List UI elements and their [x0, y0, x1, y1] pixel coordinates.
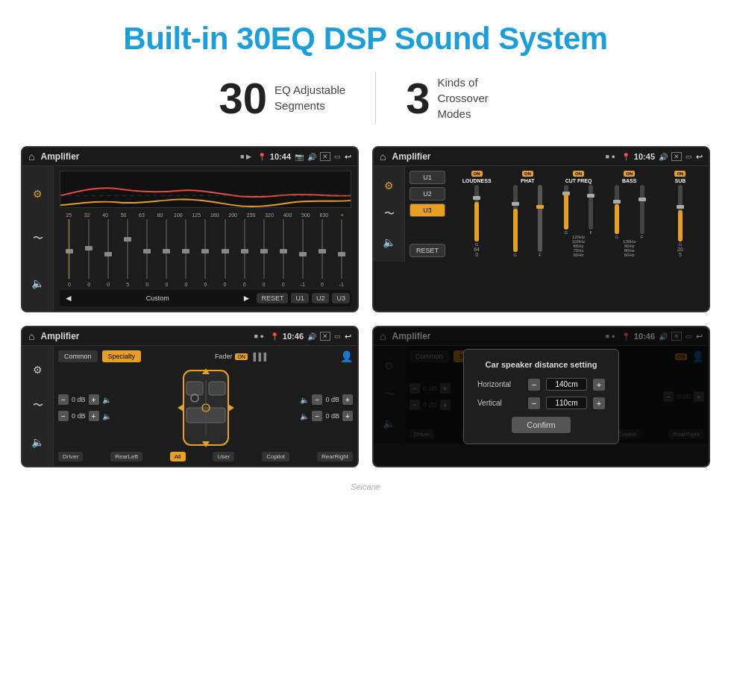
eq-icon-3[interactable]: ⚙ — [33, 358, 43, 382]
eq-icon-2[interactable]: ⚙ — [384, 174, 394, 198]
volume-icon: 🔊 — [307, 153, 316, 161]
bass-col: ON BASS G F 100Hz90Hz80Hz60Hz — [606, 171, 653, 257]
distance-dialog-overlay: Car speaker distance setting Horizontal … — [374, 327, 709, 466]
screen4-distance: ⌂ Amplifier ■ ● 📍 10:46 🔊 ✕ ▭ ↩ ⚙ 〜 🔈 Co… — [372, 326, 710, 467]
common-btn[interactable]: Common — [58, 350, 98, 362]
phat-on[interactable]: ON — [522, 171, 533, 177]
screen1-title: Amplifier — [40, 151, 233, 162]
expand-icon[interactable]: » — [333, 212, 351, 218]
speaker-icon[interactable]: 🔈 — [31, 271, 44, 295]
eq-slider-5[interactable] — [157, 219, 176, 279]
vertical-plus-btn[interactable]: + — [593, 397, 605, 409]
horizontal-minus-btn[interactable]: − — [528, 379, 540, 391]
db-minus-rr[interactable]: − — [312, 411, 322, 421]
dialog-vertical-label: Vertical — [477, 399, 522, 407]
back-icon[interactable]: ↩ — [345, 152, 351, 162]
u1-btn[interactable]: U1 — [291, 293, 309, 303]
rearleft-btn[interactable]: RearLeft — [110, 452, 142, 461]
horizontal-plus-btn[interactable]: + — [593, 379, 605, 391]
speaker-icon-2[interactable]: 🔈 — [383, 230, 395, 254]
home-icon[interactable]: ⌂ — [28, 151, 34, 163]
fader-on[interactable]: ON — [235, 353, 248, 360]
u1-preset[interactable]: U1 — [410, 171, 445, 184]
next-arrow[interactable]: ► — [239, 293, 254, 303]
sub-on[interactable]: ON — [674, 171, 685, 177]
freq-320: 320 — [260, 212, 278, 218]
db-minus-rl[interactable]: − — [58, 411, 69, 421]
freq-250: 250 — [242, 212, 260, 218]
u2-btn[interactable]: U2 — [312, 293, 330, 303]
fader-label: Fader — [215, 353, 233, 360]
right-db-controls: 🔈 − 0 dB + 🔈 − 0 dB + — [300, 394, 353, 421]
eq-sliders-row[interactable] — [60, 219, 351, 279]
eq-slider-3[interactable] — [118, 219, 137, 279]
reset-btn[interactable]: RESET — [257, 293, 288, 303]
prev-arrow[interactable]: ◄ — [61, 293, 76, 303]
eq-slider-0[interactable] — [60, 219, 79, 279]
eq-slider-11[interactable] — [274, 219, 293, 279]
speaker-top-row: Common Specialty Fader ON ▐▐▐ 👤 — [58, 350, 353, 362]
db-plus-fr[interactable]: + — [342, 394, 353, 405]
eq-icon[interactable]: ⚙ — [33, 182, 43, 206]
vol-icon-3: 🔊 — [307, 332, 316, 341]
copilot-btn[interactable]: Copilot — [262, 452, 289, 461]
stat1-label: EQ AdjustableSegments — [274, 82, 345, 113]
eq-slider-9[interactable] — [235, 219, 254, 279]
cutfreq-on[interactable]: ON — [573, 171, 584, 177]
wave-icon-2[interactable]: 〜 — [384, 201, 395, 227]
user-btn[interactable]: User — [213, 452, 234, 461]
db-row-fr: 🔈 − 0 dB + — [300, 394, 353, 405]
reset-preset[interactable]: RESET — [410, 244, 445, 257]
vertical-minus-btn[interactable]: − — [528, 397, 540, 409]
confirm-button[interactable]: Confirm — [512, 417, 571, 433]
u2-preset[interactable]: U2 — [410, 187, 445, 201]
cutfreq-slider[interactable]: G F — [554, 185, 602, 235]
loudness-slider[interactable]: G — [453, 185, 501, 247]
watermark: Seicane — [0, 482, 731, 497]
screen2-body: ⚙ 〜 🔈 U1 U2 U3 RESET ON LO — [374, 166, 709, 262]
wave-icon-3[interactable]: 〜 — [33, 393, 43, 418]
back-icon-2[interactable]: ↩ — [696, 152, 703, 162]
home-icon-3[interactable]: ⌂ — [28, 330, 34, 342]
db-plus-rr[interactable]: + — [342, 411, 353, 421]
user-icon-3: 👤 — [340, 350, 353, 362]
u3-btn[interactable]: U3 — [332, 293, 350, 303]
eq-slider-14[interactable] — [332, 219, 351, 279]
eq-slider-2[interactable] — [98, 219, 118, 279]
eq-slider-1[interactable] — [79, 219, 98, 279]
eq-slider-12[interactable] — [293, 219, 313, 279]
speaker-bottom-row: Driver RearLeft All User Copilot RearRig… — [58, 452, 353, 461]
eq-slider-8[interactable] — [216, 219, 235, 279]
bass-slider[interactable]: G F — [606, 185, 653, 239]
bass-on[interactable]: ON — [624, 171, 635, 177]
rearright-btn[interactable]: RearRight — [317, 452, 353, 461]
eq-slider-7[interactable] — [195, 219, 215, 279]
screen3-icons: 📍 10:46 🔊 ✕ ▭ ↩ — [270, 332, 351, 341]
speaker-icon-3[interactable]: 🔈 — [31, 430, 44, 454]
svg-marker-11 — [228, 404, 234, 412]
sub-slider[interactable]: G — [656, 185, 704, 247]
db-val-fl: 0 dB — [72, 396, 86, 403]
db-plus-rl[interactable]: + — [89, 411, 99, 421]
eq-area: 25 32 40 50 63 80 100 125 160 200 250 32… — [54, 166, 357, 311]
back-icon-3[interactable]: ↩ — [345, 332, 351, 341]
db-plus-fl[interactable]: + — [89, 394, 99, 405]
svg-rect-2 — [186, 382, 203, 395]
eq-slider-13[interactable] — [313, 219, 332, 279]
loudness-on[interactable]: ON — [471, 171, 483, 177]
eq-slider-10[interactable] — [254, 219, 274, 279]
screens-grid: ⌂ Amplifier ■ ▶ 📍 10:44 📷 🔊 ✕ ▭ ↩ ⚙ 〜 🔈 — [0, 139, 731, 482]
db-row-fl: − 0 dB + 🔈 — [58, 394, 111, 405]
db-minus-fl[interactable]: − — [58, 394, 69, 405]
phat-slider[interactable]: G F — [503, 185, 551, 257]
eq-slider-6[interactable] — [176, 219, 195, 279]
home-icon-2[interactable]: ⌂ — [380, 151, 386, 163]
db-minus-fr[interactable]: − — [312, 394, 322, 405]
wave-icon[interactable]: 〜 — [33, 226, 43, 251]
driver-btn[interactable]: Driver — [58, 452, 83, 461]
all-btn[interactable]: All — [170, 452, 186, 461]
specialty-btn[interactable]: Specialty — [102, 350, 142, 362]
eq-slider-4[interactable] — [137, 219, 157, 279]
screen1-eq: ⌂ Amplifier ■ ▶ 📍 10:44 📷 🔊 ✕ ▭ ↩ ⚙ 〜 🔈 — [21, 146, 359, 312]
u3-preset[interactable]: U3 — [410, 204, 445, 217]
